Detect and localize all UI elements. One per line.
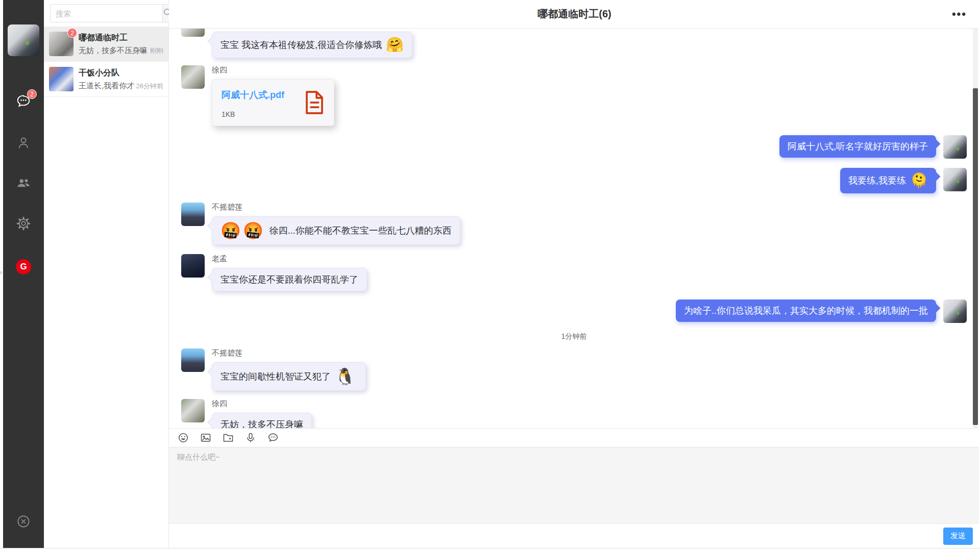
unread-badge: 2 [27,89,37,99]
message-row: 老孟 宝宝你还是不要跟着你四哥乱学了 [181,254,967,291]
message-bubble: 宝宝的间歇性机智证又犯了 🐧 [212,362,366,391]
message-input-area [169,447,980,523]
chat-history-button[interactable] [267,432,279,444]
g-logo-icon: G [16,259,31,274]
file-attachment-card[interactable]: 阿威十八式.pdf 1KB [212,79,334,126]
file-name[interactable]: 阿威十八式.pdf [222,89,284,101]
g-logo-button[interactable]: G [3,259,44,274]
message-text: 我要练,我要练 [848,174,906,187]
message-bubble: 为啥子..你们总说我呆瓜，其实大多的时候，我都机制的一批 [676,299,936,322]
image-upload-button[interactable] [200,432,212,444]
message-list: 宝宝 我这有本祖传秘笈,很适合你修炼哦 🤗 徐四 阿威十八式.pdf 1KB [169,29,980,428]
message-text: 为啥子..你们总说我呆瓜，其实大多的时候，我都机制的一批 [684,305,928,317]
conversation-time: 刚刚 [150,46,163,56]
chat-title: 哪都通临时工(6) [537,7,611,21]
conversation-panel: 2 哪都通临时工 无妨，技多不压身嘛 刚刚 干饭小分队 王道长,我看你才... … [44,0,169,548]
more-menu-icon[interactable]: ••• [952,12,967,17]
scrollbar-thumb[interactable] [973,88,978,425]
close-circle-icon [16,514,31,531]
avatar[interactable] [181,254,205,278]
sender-name: 徐四 [212,65,227,75]
message-row: 不摇碧莲 🤬🤬 徐四...你能不能不教宝宝一些乱七八糟的东西 [181,203,967,245]
sender-name: 老孟 [212,254,227,264]
nav-contacts-button[interactable] [3,135,44,153]
message-row: 不摇碧莲 宝宝的间歇性机智证又犯了 🐧 [181,348,967,391]
file-size: 1KB [222,110,284,118]
message-bubble: 宝宝你还是不要跟着你四哥乱学了 [212,268,367,291]
user-avatar[interactable] [8,24,39,56]
group-icon [16,175,31,192]
message-text: 徐四...你能不能不教宝宝一些乱七八糟的东西 [270,224,452,237]
message-row: 为啥子..你们总说我呆瓜，其实大多的时候，我都机制的一批 [181,299,967,323]
nav-groups-button[interactable] [3,175,44,192]
message-text: 阿威十八式,听名字就好厉害的样子 [788,140,928,153]
message-row: 阿威十八式,听名字就好厉害的样子 [181,135,967,159]
avatar[interactable] [181,348,205,372]
composer-toolbar [169,429,980,447]
send-button[interactable]: 发送 [943,528,973,545]
message-bubble: 宝宝 我这有本祖传秘笈,很适合你修炼哦 🤗 [212,32,412,58]
send-bar: 发送 [169,523,980,548]
message-input[interactable] [169,447,980,523]
emoji-picker-button[interactable] [177,432,189,444]
message-row: 徐四 无妨，技多不压身嘛 [181,399,967,428]
emoji-hug: 🤗 [386,37,404,53]
emoji-melting-face: 🫠 [910,173,928,188]
nav-settings-button[interactable] [3,216,44,233]
message-row: 宝宝 我这有本祖传秘笈,很适合你修炼哦 🤗 [181,29,967,58]
panel-collapse-arrow-icon[interactable]: › [0,269,3,276]
unread-badge: 2 [67,28,77,38]
avatar[interactable] [943,135,967,159]
conversation-time: 26分钟前 [136,82,163,91]
composer: 发送 [169,428,980,548]
chat-header: 哪都通临时工(6) ••• [169,0,980,29]
avatar[interactable] [181,399,205,422]
app-window: › 2 [0,0,980,551]
message-bubble: 🤬🤬 徐四...你能不能不教宝宝一些乱七八糟的东西 [212,216,460,245]
person-icon [16,135,31,153]
time-divider: 1分钟前 [181,332,967,341]
conversation-preview: 无妨，技多不压身嘛 [79,46,148,56]
emoji-angry-faces: 🤬🤬 [220,222,265,239]
nav-rail: 2 [3,0,44,548]
gear-icon [16,216,31,233]
avatar[interactable] [181,65,205,89]
scrollbar-track[interactable] [973,29,978,428]
conversation-title: 哪都通临时工 [79,33,163,43]
message-text: 宝宝 我这有本祖传秘笈,很适合你修炼哦 [220,39,382,51]
avatar[interactable] [181,29,205,37]
message-bubble: 无妨，技多不压身嘛 [212,413,312,428]
conversation-preview: 王道长,我看你才... [79,81,134,91]
avatar[interactable] [181,203,205,226]
message-row: 徐四 阿威十八式.pdf 1KB [181,65,967,126]
conversation-item-nadutong[interactable]: 2 哪都通临时工 无妨，技多不压身嘛 刚刚 [44,27,168,62]
nav-chats-button[interactable]: 2 [3,93,44,111]
voice-message-button[interactable] [244,432,257,444]
message-bubble: 阿威十八式,听名字就好厉害的样子 [779,135,936,158]
sender-name: 徐四 [212,399,227,409]
logout-button[interactable] [3,514,44,531]
conversation-avatar [49,67,74,91]
avatar[interactable] [943,168,967,191]
message-text: 无妨，技多不压身嘛 [220,418,303,428]
pdf-file-icon [304,90,325,117]
avatar[interactable] [943,299,967,323]
message-row: 我要练,我要练 🫠 [181,168,967,193]
message-bubble: 我要练,我要练 🫠 [840,168,936,193]
sender-name: 不摇碧莲 [212,203,242,212]
conversation-avatar: 2 [49,32,74,56]
message-text: 宝宝的间歇性机智证又犯了 [220,370,331,383]
message-text: 宝宝你还是不要跟着你四哥乱学了 [220,273,358,286]
file-upload-button[interactable] [222,432,234,444]
conversation-title: 干饭小分队 [79,68,163,79]
chat-pane: 哪都通临时工(6) ••• 宝宝 我这有本祖传秘笈,很适合你修炼哦 🤗 徐四 [169,0,980,548]
sender-name: 不摇碧莲 [212,348,242,358]
emoji-penguin-sticker: 🐧 [335,368,357,385]
search-bar [44,0,168,27]
window-edge [0,548,980,551]
conversation-item-ganfan[interactable]: 干饭小分队 王道长,我看你才... 26分钟前 [44,62,168,97]
search-input[interactable] [50,4,162,22]
